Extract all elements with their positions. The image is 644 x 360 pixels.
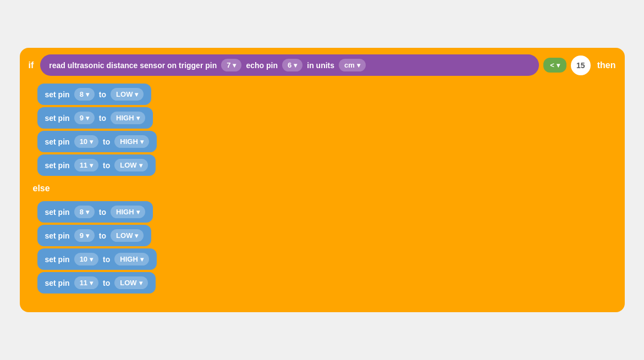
else-block-1-label: set pin	[45, 231, 70, 240]
else-block-3-pin[interactable]: 11	[74, 276, 98, 289]
then-block-1-label: set pin	[45, 114, 70, 123]
main-block: if read ultrasonic distance sensor on tr…	[20, 48, 625, 312]
else-block-2: set pin 10 to HIGH	[37, 248, 157, 270]
then-block-3: set pin 11 to LOW	[37, 154, 156, 176]
else-block-1: set pin 9 to LOW	[37, 225, 152, 246]
then-block-0-to: to	[99, 90, 106, 99]
condition-block: read ultrasonic distance sensor on trigg…	[40, 54, 539, 76]
then-block-1-to: to	[99, 114, 106, 123]
else-section: set pin 8 to HIGH set pin 9 to LOW set p…	[26, 198, 618, 297]
then-block-0-label: set pin	[45, 90, 70, 99]
then-block-1: set pin 9 to HIGH	[37, 107, 153, 129]
else-block-1-to: to	[99, 231, 106, 240]
condition-text1: read ultrasonic distance sensor on trigg…	[49, 61, 217, 70]
else-block-0-label: set pin	[45, 208, 70, 217]
else-block-0: set pin 8 to HIGH	[37, 201, 153, 223]
echo-text: echo pin	[246, 61, 278, 70]
units-dropdown[interactable]: cm	[339, 59, 366, 71]
then-block-2-label: set pin	[45, 137, 70, 146]
then-label: then	[595, 60, 618, 70]
else-block-0-to: to	[99, 208, 106, 217]
then-section: set pin 8 to LOW set pin 9 to HIGH set p…	[26, 80, 618, 179]
then-block-3-to: to	[103, 161, 110, 170]
else-block-3-label: set pin	[45, 279, 70, 287]
if-row: if read ultrasonic distance sensor on tr…	[26, 54, 618, 76]
echo-pin-dropdown[interactable]: 6	[282, 59, 302, 71]
then-block-0: set pin 8 to LOW	[37, 84, 152, 105]
then-block-1-pin[interactable]: 9	[74, 112, 95, 124]
operator-dropdown[interactable]: <	[543, 58, 566, 73]
else-block-3-to: to	[103, 279, 110, 287]
then-block-2-to: to	[103, 137, 110, 146]
else-block-0-pin[interactable]: 8	[74, 206, 95, 218]
then-block-2-value[interactable]: HIGH	[114, 135, 149, 148]
then-block-3-value[interactable]: LOW	[114, 159, 147, 171]
then-block-3-label: set pin	[45, 161, 70, 170]
else-block-3: set pin 11 to LOW	[37, 272, 156, 293]
bottom-bar	[26, 297, 618, 306]
then-block-0-pin[interactable]: 8	[74, 88, 95, 101]
else-label: else	[33, 184, 50, 193]
then-block-2: set pin 10 to HIGH	[37, 131, 157, 152]
value-display: 15	[571, 56, 591, 75]
then-block-1-value[interactable]: HIGH	[111, 112, 145, 124]
else-block-1-pin[interactable]: 9	[74, 229, 95, 242]
else-block-1-value[interactable]: LOW	[111, 229, 144, 242]
else-block-2-label: set pin	[45, 255, 70, 264]
else-block-3-value[interactable]: LOW	[114, 276, 147, 289]
then-block-3-pin[interactable]: 11	[74, 159, 98, 171]
else-block-2-to: to	[103, 255, 110, 264]
else-block-2-value[interactable]: HIGH	[114, 253, 149, 265]
then-block-2-pin[interactable]: 10	[74, 135, 98, 148]
else-block-2-pin[interactable]: 10	[74, 253, 98, 265]
then-block-0-value[interactable]: LOW	[111, 88, 144, 101]
if-label: if	[26, 60, 36, 70]
else-row: else	[26, 180, 618, 197]
trigger-pin-dropdown[interactable]: 7	[221, 59, 241, 71]
else-block-0-value[interactable]: HIGH	[111, 206, 145, 218]
units-text: in units	[307, 61, 334, 70]
